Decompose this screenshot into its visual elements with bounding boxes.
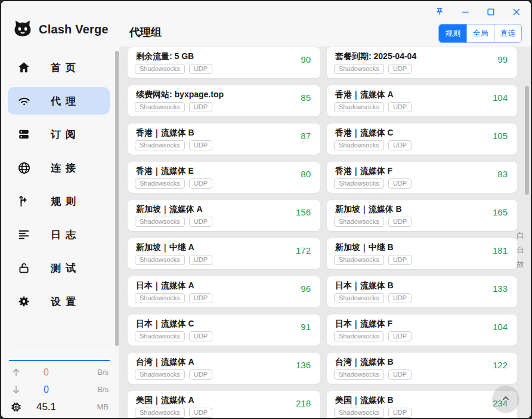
group-letter[interactable]: 自 — [516, 246, 524, 254]
proxy-card[interactable]: 香港｜流媒体 C Shadowsocks UDP 105 — [327, 124, 517, 155]
maximize-icon[interactable] — [485, 7, 496, 17]
udp-chip: UDP — [189, 217, 212, 227]
proxy-name: 香港｜流媒体 F — [335, 166, 392, 177]
traffic-stats: 0 B/s 0 B/s 45.1 — [1, 363, 119, 415]
proxy-card[interactable]: 新加坡｜中继 A Shadowsocks UDP 172 — [128, 238, 320, 269]
mode-global-button[interactable]: 全局 — [466, 24, 494, 42]
latency-value[interactable]: 156 — [296, 207, 311, 217]
proxy-card[interactable]: 日本｜流媒体 B Shadowsocks UDP 133 — [327, 276, 517, 307]
proxy-name: 新加坡｜中继 B — [335, 242, 394, 253]
protocol-chip: Shadowsocks — [334, 217, 384, 227]
sidebar-item-logs[interactable]: 日志 — [8, 221, 110, 248]
udp-chip: UDP — [388, 293, 412, 303]
sidebar-item-subscription[interactable]: 订阅 — [8, 121, 110, 148]
app-window: Clash Verge 首页 代理 — [0, 0, 532, 419]
sidebar-item-label: 设置 — [51, 295, 81, 309]
mode-direct-button[interactable]: 直连 — [494, 24, 521, 42]
traffic-graph — [9, 326, 110, 361]
proxy-card[interactable]: 新加坡｜流媒体 B Shadowsocks UDP 165 — [327, 200, 517, 231]
proxy-card[interactable]: 日本｜流媒体 F Shadowsocks UDP 104 — [327, 315, 517, 346]
latency-value[interactable]: 99 — [497, 54, 508, 64]
mode-rule-button[interactable]: 规则 — [439, 24, 466, 42]
memory-stat[interactable]: 45.1 MB — [1, 398, 119, 415]
sidebar-item-proxy[interactable]: 代理 — [8, 87, 110, 115]
proxy-card[interactable]: 香港｜流媒体 A Shadowsocks UDP 104 — [327, 85, 517, 116]
proxy-card[interactable]: 台湾｜流媒体 B Shadowsocks UDP 122 — [327, 353, 517, 384]
sidebar-item-test[interactable]: 测试 — [8, 254, 110, 282]
proxy-tags: Shadowsocks UDP — [135, 255, 212, 265]
proxy-card[interactable]: 美国｜流媒体 A Shadowsocks UDP 218 — [128, 391, 320, 418]
outbound-mode-group: 规则 全局 直连 — [438, 24, 522, 43]
latency-value[interactable]: 96 — [301, 284, 311, 294]
sidebar: Clash Verge 首页 代理 — [1, 1, 119, 418]
proxy-tags: Shadowsocks UDP — [334, 102, 412, 112]
latency-value[interactable]: 136 — [296, 360, 311, 370]
pin-icon[interactable] — [434, 7, 445, 17]
traffic-gridline — [13, 331, 110, 331]
proxy-card[interactable]: 新加坡｜中继 B Shadowsocks UDP 181 — [327, 238, 517, 269]
proxy-card[interactable]: 续费网站: byxpage.top Shadowsocks UDP 85 — [128, 85, 320, 116]
latency-value[interactable]: 181 — [493, 245, 508, 255]
sidebar-item-settings[interactable]: 设置 — [8, 288, 110, 315]
protocol-chip: Shadowsocks — [334, 64, 384, 74]
proxy-grid: 剩余流量: 5 GB Shadowsocks UDP 90 套餐到期: 2025… — [128, 47, 531, 418]
latency-value[interactable]: 105 — [493, 131, 508, 141]
protocol-chip: Shadowsocks — [135, 217, 185, 227]
latency-value[interactable]: 87 — [301, 131, 311, 141]
udp-chip: UDP — [388, 408, 412, 418]
sidebar-item-home[interactable]: 首页 — [8, 54, 110, 81]
content-scrollbar[interactable] — [525, 86, 529, 195]
proxy-name: 续费网站: byxpage.top — [136, 90, 224, 100]
latency-value[interactable]: 85 — [301, 93, 311, 103]
udp-chip: UDP — [189, 255, 212, 265]
proxy-card[interactable]: 香港｜流媒体 B Shadowsocks UDP 87 — [128, 124, 320, 155]
minimize-icon[interactable] — [460, 7, 471, 17]
latency-value[interactable]: 165 — [493, 207, 508, 217]
proxy-tags: Shadowsocks UDP — [135, 331, 212, 341]
latency-value[interactable]: 90 — [301, 54, 311, 64]
protocol-chip: Shadowsocks — [135, 408, 185, 418]
latency-value[interactable]: 83 — [497, 169, 508, 179]
latency-value[interactable]: 104 — [493, 322, 508, 332]
sidebar-item-rules[interactable]: 规则 — [8, 187, 110, 215]
latency-value[interactable]: 122 — [493, 360, 508, 370]
proxy-card[interactable]: 日本｜流媒体 C Shadowsocks UDP 91 — [128, 315, 320, 346]
proxy-card[interactable]: 剩余流量: 5 GB Shadowsocks UDP 90 — [128, 47, 320, 78]
proxy-name: 新加坡｜中继 A — [136, 242, 194, 253]
proxy-name: 新加坡｜流媒体 A — [136, 204, 203, 215]
logs-icon — [17, 227, 31, 242]
proxy-card[interactable]: 台湾｜流媒体 A Shadowsocks UDP 136 — [128, 353, 320, 384]
home-icon — [17, 60, 31, 75]
latency-value[interactable]: 80 — [301, 169, 311, 179]
group-letter-nav: 白 自 故 — [516, 232, 524, 269]
group-letter[interactable]: 白 — [516, 232, 524, 240]
udp-chip: UDP — [388, 102, 412, 112]
scroll-to-top-button[interactable] — [492, 386, 519, 413]
proxy-tags: Shadowsocks UDP — [135, 408, 212, 418]
proxy-card[interactable]: 香港｜流媒体 F Shadowsocks UDP 83 — [327, 162, 517, 193]
proxy-name: 香港｜流媒体 A — [335, 90, 394, 100]
udp-chip: UDP — [189, 369, 212, 380]
latency-value[interactable]: 133 — [493, 284, 508, 294]
sidebar-scrollbar[interactable] — [115, 51, 119, 346]
protocol-chip: Shadowsocks — [135, 369, 185, 380]
proxy-name: 美国｜流媒体 B — [335, 395, 394, 406]
udp-chip: UDP — [189, 140, 212, 150]
proxy-card[interactable]: 新加坡｜流媒体 A Shadowsocks UDP 156 — [128, 200, 320, 231]
protocol-chip: Shadowsocks — [334, 331, 384, 341]
proxy-card[interactable]: 日本｜流媒体 A Shadowsocks UDP 96 — [128, 276, 320, 307]
group-letter[interactable]: 故 — [516, 260, 524, 269]
latency-value[interactable]: 218 — [296, 398, 311, 408]
udp-chip: UDP — [189, 178, 212, 189]
protocol-chip: Shadowsocks — [334, 140, 384, 150]
sidebar-item-connections[interactable]: 连接 — [8, 154, 110, 181]
proxy-card[interactable]: 美国｜流媒体 B Shadowsocks UDP 234 — [327, 391, 517, 418]
latency-value[interactable]: 104 — [493, 93, 508, 103]
proxy-card[interactable]: 香港｜流媒体 E Shadowsocks UDP 80 — [128, 162, 320, 193]
latency-value[interactable]: 172 — [296, 245, 311, 255]
cat-logo-icon — [12, 17, 33, 41]
memory-unit: MB — [85, 402, 109, 411]
close-icon[interactable] — [511, 7, 522, 17]
proxy-card[interactable]: 套餐到期: 2025-04-04 Shadowsocks UDP 99 — [327, 47, 517, 78]
latency-value[interactable]: 91 — [301, 322, 311, 332]
